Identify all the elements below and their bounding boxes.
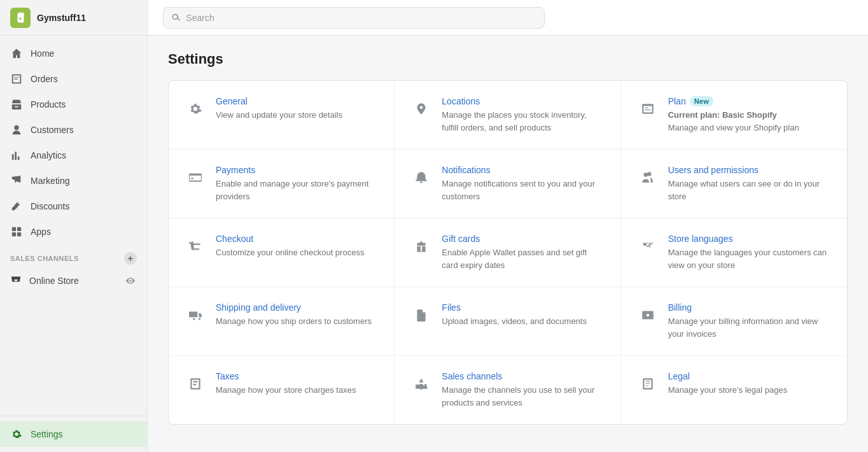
sidebar-nav: Home Orders Products Customers [0,36,147,416]
gear-icon [184,97,207,120]
orders-icon [10,73,23,85]
page-title: Settings [168,51,848,67]
topbar [148,0,868,36]
sidebar-item-home[interactable]: Home [0,41,147,66]
svg-rect-1 [17,227,21,231]
locations-title: Locations [442,96,605,106]
settings-item-users[interactable]: Users and permissions Manage what users … [621,150,847,218]
settings-item-payments[interactable]: Payments Enable and manage your store's … [169,150,395,218]
billing-title: Billing [668,302,832,313]
settings-item-legal[interactable]: Legal Manage your store's legal pages [621,356,847,424]
products-icon [10,98,23,111]
sidebar: Gymstuff11 Home Orders Products [0,0,148,452]
files-title: Files [442,302,587,313]
apps-icon [10,225,23,238]
sidebar-item-products[interactable]: Products [0,92,147,117]
taxes-title: Taxes [216,371,356,381]
sidebar-item-discounts[interactable]: Discounts [0,194,147,219]
checkout-icon [184,235,207,258]
taxes-desc: Manage how your store charges taxes [216,384,356,397]
plan-title: Plan New [668,96,799,106]
shipping-icon [184,304,207,327]
settings-item-sales-channels[interactable]: Sales channels Manage the channels you u… [395,356,620,424]
store-languages-desc: Manage the languages your customers can … [668,246,832,271]
shipping-title: Shipping and delivery [216,302,372,313]
sidebar-item-apps[interactable]: Apps [0,219,147,244]
notifications-desc: Manage notifications sent to you and you… [442,178,605,202]
settings-item-gift-cards[interactable]: Gift cards Enable Apple Wallet passes an… [395,218,620,287]
location-icon [410,97,433,120]
sidebar-item-marketing[interactable]: Marketing [0,168,147,194]
files-icon [410,304,433,327]
sidebar-item-analytics-label: Analytics [31,150,66,160]
settings-item-plan[interactable]: Plan New Current plan: Basic ShopifyMana… [621,81,847,150]
payments-desc: Enable and manage your store's payment p… [216,178,379,202]
general-desc: View and update your store details [216,109,342,122]
sidebar-item-analytics[interactable]: Analytics [0,143,147,168]
svg-rect-2 [12,232,16,236]
settings-item-shipping[interactable]: Shipping and delivery Manage how you shi… [169,287,395,356]
customers-icon [10,124,23,136]
files-desc: Upload images, videos, and documents [442,315,587,328]
checkout-title: Checkout [216,234,364,244]
general-title: General [216,96,342,106]
sidebar-item-home-label: Home [31,48,54,59]
settings-card: General View and update your store detai… [168,80,848,425]
sidebar-item-orders[interactable]: Orders [0,66,147,92]
sidebar-item-settings-label: Settings [31,429,63,439]
sidebar-item-discounts-label: Discounts [31,201,69,211]
shopify-logo-icon [10,8,31,28]
plan-new-badge: New [690,96,713,106]
taxes-icon [184,372,207,395]
settings-item-notifications[interactable]: Notifications Manage notifications sent … [395,150,620,218]
billing-icon [636,304,659,327]
legal-title: Legal [668,371,787,381]
marketing-icon [10,174,23,187]
notifications-icon [410,166,433,189]
sidebar-item-customers[interactable]: Customers [0,117,147,143]
online-store-label: Online Store [29,276,79,286]
users-desc: Manage what users can see or do in your … [668,178,832,202]
settings-item-billing[interactable]: Billing Manage your billing information … [621,287,847,356]
store-languages-title: Store languages [668,234,832,244]
store-name: Gymstuff11 [37,13,86,23]
settings-icon [10,428,23,441]
discounts-icon [10,200,23,213]
legal-desc: Manage your store's legal pages [668,384,787,397]
notifications-title: Notifications [442,165,605,175]
search-input[interactable] [186,13,536,23]
settings-item-store-languages[interactable]: Store languages Manage the languages you… [621,218,847,287]
gift-cards-icon [410,235,433,258]
users-title: Users and permissions [668,165,832,175]
settings-item-checkout[interactable]: Checkout Customize your online checkout … [169,218,395,287]
add-sales-channel-button[interactable]: + [124,252,137,265]
sidebar-item-online-store[interactable]: Online Store [0,267,147,293]
view-online-store-icon[interactable] [124,274,137,287]
plan-desc: Current plan: Basic ShopifyManage and vi… [668,109,799,134]
home-icon [10,47,23,60]
settings-item-locations[interactable]: Locations Manage the places you stock in… [395,81,620,150]
checkout-desc: Customize your online checkout process [216,246,364,259]
settings-item-general[interactable]: General View and update your store detai… [169,81,395,150]
locations-desc: Manage the places you stock inventory, f… [442,109,605,134]
settings-content: Settings General View and update your st… [148,36,868,440]
svg-rect-3 [17,232,21,236]
gift-cards-desc: Enable Apple Wallet passes and set gift … [442,246,605,271]
payments-title: Payments [216,165,379,175]
svg-rect-0 [12,227,16,231]
sidebar-header: Gymstuff11 [0,0,147,36]
billing-desc: Manage your billing information and view… [668,315,832,340]
shipping-desc: Manage how you ship orders to customers [216,315,372,328]
settings-item-files[interactable]: Files Upload images, videos, and documen… [395,287,620,356]
sales-channels-icon [410,372,433,395]
analytics-icon [10,149,23,162]
sidebar-item-settings[interactable]: Settings [0,421,147,447]
sidebar-item-products-label: Products [31,99,66,109]
search-bar[interactable] [163,7,545,29]
settings-grid: General View and update your store detai… [169,81,847,424]
sidebar-item-apps-label: Apps [31,227,51,237]
sales-channels-section-label: SALES CHANNELS + [0,244,147,267]
sidebar-item-orders-label: Orders [31,74,58,84]
sales-channels-title: Sales channels [442,371,605,381]
settings-item-taxes[interactable]: Taxes Manage how your store charges taxe… [169,356,395,424]
